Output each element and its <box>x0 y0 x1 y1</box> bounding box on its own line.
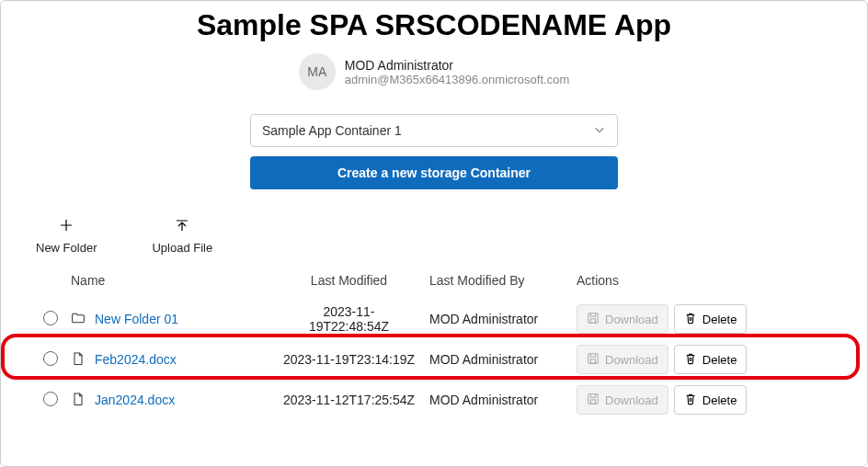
download-label: Download <box>605 353 658 367</box>
container-select-value: Sample App Container 1 <box>262 123 402 138</box>
create-container-button[interactable]: Create a new storage Container <box>250 156 618 189</box>
col-name: Name <box>71 272 268 299</box>
table-row: Jan2024.docx2023-11-12T17:25:54ZMOD Admi… <box>16 380 852 420</box>
delete-label: Delete <box>702 313 737 326</box>
download-label: Download <box>605 393 658 407</box>
item-name-link[interactable]: Jan2024.docx <box>95 393 175 407</box>
user-display-name: MOD Administrator <box>345 58 569 73</box>
col-actions: Actions <box>577 272 852 299</box>
upload-file-label: Upload File <box>152 241 212 255</box>
table-row: Feb2024.docx2023-11-19T23:14:19ZMOD Admi… <box>16 339 852 380</box>
folder-icon <box>71 311 86 328</box>
save-icon <box>587 312 600 327</box>
svg-rect-3 <box>590 359 595 362</box>
delete-button[interactable]: Delete <box>674 304 748 334</box>
delete-label: Delete <box>702 393 737 407</box>
last-modified-cell: 2023-11-19T23:14:19Z <box>268 339 429 380</box>
download-button: Download <box>577 304 668 334</box>
file-table: Name Last Modified Last Modified By Acti… <box>16 272 852 420</box>
col-last-modified: Last Modified <box>268 272 429 299</box>
page-title: Sample SPA SRSCODENAME App <box>1 8 867 42</box>
last-modified-cell: 2023-11-12T17:25:54Z <box>268 380 429 420</box>
file-icon <box>71 351 86 369</box>
file-icon <box>71 392 86 409</box>
table-row: New Folder 012023-11-19T22:48:54ZMOD Adm… <box>16 299 852 339</box>
trash-icon <box>684 352 697 368</box>
svg-rect-4 <box>588 393 599 404</box>
svg-rect-2 <box>588 353 599 363</box>
delete-label: Delete <box>702 353 737 367</box>
download-label: Download <box>605 313 658 326</box>
avatar: MA <box>299 53 336 90</box>
col-last-modified-by: Last Modified By <box>429 272 577 299</box>
download-button: Download <box>577 345 668 374</box>
chevron-down-icon <box>593 123 606 139</box>
upload-file-button[interactable]: Upload File <box>146 217 218 256</box>
container-select[interactable]: Sample App Container 1 <box>250 114 618 147</box>
delete-button[interactable]: Delete <box>674 345 748 374</box>
save-icon <box>587 352 600 368</box>
row-select-radio[interactable] <box>43 311 58 325</box>
last-modified-by-cell: MOD Administrator <box>429 299 577 339</box>
download-button: Download <box>577 385 668 415</box>
row-select-radio[interactable] <box>43 351 58 366</box>
user-email: admin@M365x66413896.onmicrosoft.com <box>345 73 569 86</box>
item-name-link[interactable]: New Folder 01 <box>95 312 178 326</box>
new-folder-label: New Folder <box>36 241 97 255</box>
new-folder-button[interactable]: New Folder <box>30 217 102 256</box>
item-name-link[interactable]: Feb2024.docx <box>95 352 177 367</box>
plus-icon <box>59 218 74 235</box>
upload-icon <box>175 218 189 235</box>
delete-button[interactable]: Delete <box>674 385 748 415</box>
row-select-radio[interactable] <box>43 392 58 406</box>
svg-rect-5 <box>590 399 595 403</box>
user-info-row: MA MOD Administrator admin@M365x66413896… <box>1 53 867 90</box>
last-modified-by-cell: MOD Administrator <box>429 380 577 420</box>
trash-icon <box>684 393 697 408</box>
svg-rect-1 <box>590 318 595 322</box>
trash-icon <box>684 312 697 327</box>
last-modified-cell: 2023-11-19T22:48:54Z <box>268 299 429 339</box>
svg-rect-0 <box>588 313 599 323</box>
last-modified-by-cell: MOD Administrator <box>429 339 577 380</box>
save-icon <box>587 393 600 408</box>
